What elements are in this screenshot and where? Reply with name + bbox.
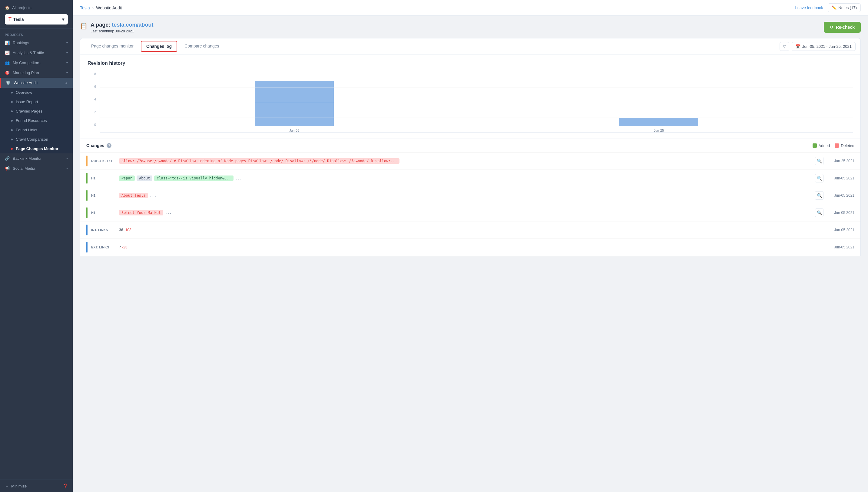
- sidebar-backlink-label: Backlink Monitor: [13, 156, 42, 161]
- date-range-button[interactable]: 📅 Jun-05, 2021 - Jun-25, 2021: [792, 42, 855, 51]
- row-type-1: H1: [91, 176, 115, 180]
- row-type-0: Robots.txt: [91, 159, 115, 163]
- sidebar-subitem-found-resources[interactable]: Found Resources: [0, 116, 73, 125]
- topbar-right: Leave feedback ✏️ Notes (17): [795, 3, 861, 12]
- sidebar-marketing-label: Marketing Plan: [13, 71, 39, 75]
- changes-label: Changes: [86, 143, 104, 148]
- sidebar-item-rankings[interactable]: 📊 Rankings ▾: [0, 38, 73, 48]
- social-media-chevron-icon: ▾: [66, 167, 68, 170]
- recheck-label: Re-check: [836, 25, 855, 30]
- row-content-1: <span About class="tds--is_visually_hidd…: [119, 175, 812, 181]
- chart-y-labels: 8 6 4 2 0: [88, 72, 98, 126]
- calendar-icon: 📅: [796, 44, 800, 49]
- change-row-1: H1 <span About class="tds--is_visually_h…: [80, 170, 861, 187]
- sidebar-item-website-audit[interactable]: 🛡️ Website Audit ▲: [0, 78, 73, 88]
- recheck-icon: ↺: [830, 25, 834, 30]
- found-resources-label: Found Resources: [16, 118, 47, 123]
- row-type-5: EXT. LINKS: [91, 245, 115, 249]
- row-actions-2: 🔍: [815, 191, 823, 200]
- sidebar-subitem-overview[interactable]: Overview: [0, 88, 73, 97]
- y-label-8: 8: [94, 72, 96, 76]
- tab-page-changes-monitor[interactable]: Page changes monitor: [85, 39, 140, 53]
- row-search-button-0[interactable]: 🔍: [815, 157, 823, 165]
- tesla-icon: T: [8, 17, 11, 22]
- row-tag-0-0: allow: /?q=user/q=node/ # Disallow index…: [119, 158, 399, 164]
- crawled-pages-label: Crawled Pages: [16, 109, 42, 114]
- last-scan-label: Last scanning:: [91, 29, 114, 33]
- recheck-button[interactable]: ↺ Re-check: [824, 22, 861, 33]
- found-resources-dot: [11, 120, 13, 122]
- legend-deleted: Deleted: [835, 143, 854, 148]
- chart-bars-area: Jun-05 Jun-25: [100, 72, 853, 132]
- row-indicator-0: [86, 155, 88, 166]
- sidebar-item-social-media[interactable]: 📢 Social Media ▾: [0, 164, 73, 173]
- backlink-chevron-icon: ▾: [66, 157, 68, 160]
- page-label: A page:: [91, 22, 110, 28]
- breadcrumb-current: Website Audit: [96, 5, 122, 10]
- minimize-button[interactable]: ← Minimize: [5, 484, 27, 488]
- breadcrumb-project[interactable]: Tesla: [80, 5, 90, 10]
- row-type-4: INT. LINKS: [91, 228, 115, 232]
- row-search-button-3[interactable]: 🔍: [815, 208, 823, 217]
- sidebar-subitem-issue-report[interactable]: Issue Report: [0, 97, 73, 106]
- change-row-2: H1 About Tesla ... 🔍 Jun-05 2021: [80, 187, 861, 204]
- filter-button[interactable]: ▽: [779, 42, 789, 51]
- tab-compare-changes-label: Compare changes: [184, 44, 219, 48]
- sidebar-competitors-label: My Competitors: [13, 60, 40, 65]
- change-row-0: Robots.txt allow: /?q=user/q=node/ # Dis…: [80, 152, 861, 170]
- date-range-label: Jun-05, 2021 - Jun-25, 2021: [802, 44, 852, 49]
- bars-container: Jun-05 Jun-25: [100, 72, 853, 132]
- sidebar-subitem-crawl-comparison[interactable]: Crawl Comparison: [0, 134, 73, 144]
- row-content-3: Select Your Market ...: [119, 210, 812, 216]
- sidebar-subitem-crawled-pages[interactable]: Crawled Pages: [0, 106, 73, 116]
- sidebar-item-analytics-traffic[interactable]: 📈 Analytics & Traffic ▾: [0, 48, 73, 58]
- row-content-4: 36 -103: [119, 228, 823, 232]
- row-date-5: Jun-05 2021: [827, 245, 854, 249]
- tab-changes-log[interactable]: Changes log: [141, 41, 177, 52]
- projects-section-label: PROJECTS: [0, 28, 73, 38]
- sidebar-item-backlink-monitor[interactable]: 🔗 Backlink Monitor ▾: [0, 153, 73, 164]
- breadcrumb: Tesla › Website Audit: [80, 5, 122, 10]
- bar-group-jun25: Jun-25: [619, 118, 698, 132]
- sidebar-rankings-label: Rankings: [13, 41, 29, 45]
- notes-label: Notes (17): [838, 5, 857, 10]
- sidebar-subitem-found-links[interactable]: Found Links: [0, 125, 73, 134]
- ext-links-value: 7 -23: [119, 245, 127, 249]
- overview-label: Overview: [16, 90, 32, 95]
- changes-help-icon[interactable]: ?: [107, 143, 112, 148]
- legend-deleted-label: Deleted: [841, 143, 854, 148]
- row-type-3: H1: [91, 211, 115, 215]
- chart-title: Revision history: [88, 60, 853, 66]
- row-tag-1-0: <span: [119, 175, 135, 181]
- sidebar-analytics-label: Analytics & Traffic: [13, 51, 44, 55]
- page-url-link[interactable]: tesla.com/about: [112, 22, 153, 28]
- bar-label-jun25: Jun-25: [654, 129, 664, 132]
- row-search-button-1[interactable]: 🔍: [815, 174, 823, 182]
- y-label-2: 2: [94, 110, 96, 114]
- row-actions-3: 🔍: [815, 208, 823, 217]
- row-type-2: H1: [91, 194, 115, 197]
- notes-button[interactable]: ✏️ Notes (17): [828, 3, 861, 12]
- chart-area: 8 6 4 2 0: [88, 72, 853, 132]
- help-circle-icon[interactable]: ❓: [63, 484, 68, 488]
- int-links-value: 36 -103: [119, 228, 132, 232]
- page-changes-dot: [11, 148, 13, 150]
- all-projects-link[interactable]: 🏠 All projects: [5, 4, 68, 12]
- bar-group-jun05: Jun-05: [255, 81, 334, 132]
- row-content-5: 7 -23: [119, 245, 823, 249]
- sidebar-subitem-page-changes-monitor[interactable]: Page Changes Monitor: [0, 144, 73, 153]
- row-extra-3: ...: [165, 211, 172, 215]
- rankings-chevron-icon: ▾: [66, 41, 68, 45]
- leave-feedback-link[interactable]: Leave feedback: [795, 5, 823, 10]
- change-row-3: H1 Select Your Market ... 🔍 Jun-05 2021: [80, 204, 861, 221]
- row-search-button-2[interactable]: 🔍: [815, 191, 823, 200]
- legend-added: Added: [813, 143, 830, 148]
- sidebar-item-my-competitors[interactable]: 👥 My Competitors ▾: [0, 58, 73, 68]
- tab-compare-changes[interactable]: Compare changes: [179, 39, 225, 53]
- sidebar-item-marketing-plan[interactable]: 🎯 Marketing Plan ▾: [0, 68, 73, 78]
- crawl-comparison-label: Crawl Comparison: [16, 137, 48, 142]
- y-label-0: 0: [94, 123, 96, 126]
- found-links-label: Found Links: [16, 128, 37, 132]
- topbar: Tesla › Website Audit Leave feedback ✏️ …: [73, 0, 868, 16]
- project-selector[interactable]: T Tesla ▾: [5, 14, 68, 25]
